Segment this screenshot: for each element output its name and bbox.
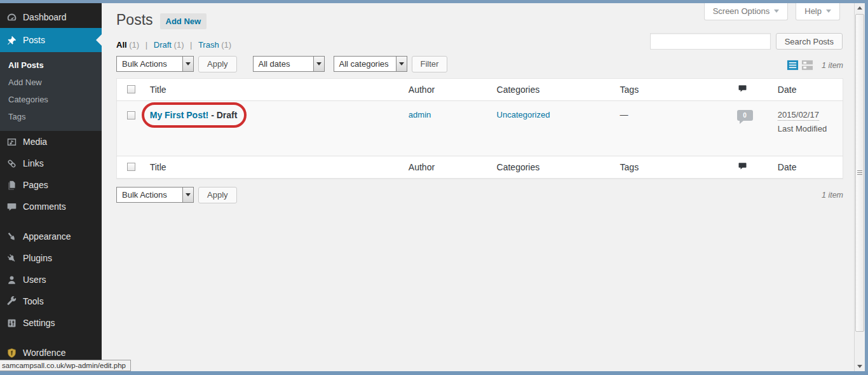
window-border-top	[0, 0, 868, 3]
posts-submenu: All Posts Add New Categories Tags	[0, 52, 102, 131]
pages-icon	[6, 179, 17, 191]
comment-count-bubble[interactable]: 0	[737, 110, 753, 121]
vertical-scrollbar[interactable]	[854, 3, 865, 371]
browser-window: Dashboard Posts All Posts Add New Catego…	[0, 0, 868, 375]
add-new-button[interactable]: Add New	[160, 13, 207, 29]
sidebar-item-users[interactable]: Users	[0, 269, 102, 290]
chevron-down-icon	[826, 10, 831, 13]
filter-button[interactable]: Filter	[412, 56, 448, 72]
excerpt-view-icon[interactable]	[801, 59, 813, 71]
apply-button[interactable]: Apply	[198, 56, 237, 72]
sidebar-item-dashboard[interactable]: Dashboard	[0, 6, 102, 28]
post-date: 2015/02/17	[778, 110, 819, 121]
sidebar-item-media[interactable]: Media	[0, 131, 102, 153]
select-arrow-icon	[313, 57, 324, 71]
view-mode-switcher: 1 item	[787, 59, 843, 71]
sidebar-item-settings[interactable]: Settings	[0, 312, 102, 334]
table-header-row: Title Author Categories Tags Date	[117, 78, 843, 100]
apply-button-bottom[interactable]: Apply	[198, 187, 237, 203]
dashboard-icon	[6, 11, 17, 23]
comments-icon	[6, 201, 17, 212]
post-status-suffix: - Draft	[208, 110, 237, 120]
view-trash-count: (1)	[221, 40, 231, 50]
view-draft-link[interactable]: Draft	[154, 40, 172, 50]
chevron-down-icon	[774, 10, 779, 13]
bulk-actions-select[interactable]: Bulk Actions	[116, 56, 194, 72]
scrollbar-grip-icon	[857, 170, 862, 175]
sidebar-item-appearance[interactable]: Appearance	[0, 226, 102, 247]
view-all-link[interactable]: All	[116, 40, 127, 50]
sidebar-item-label: Tools	[23, 296, 44, 306]
row-checkbox[interactable]	[127, 111, 135, 119]
wordfence-shield-icon	[6, 347, 17, 358]
list-view-icon[interactable]	[787, 59, 799, 71]
view-separator: |	[146, 40, 147, 50]
column-date: Date	[771, 156, 843, 178]
sidebar-item-pages[interactable]: Pages	[0, 174, 102, 196]
search-input[interactable]	[650, 33, 771, 50]
column-tags: Tags	[614, 78, 731, 100]
sidebar-item-plugins[interactable]: Plugins	[0, 247, 102, 269]
submenu-categories[interactable]: Categories	[0, 91, 102, 108]
screen-meta-tabs: Screen Options Help	[704, 3, 840, 20]
plugins-icon	[6, 252, 17, 264]
post-title-link[interactable]: My First Post!	[150, 110, 209, 120]
sidebar-item-label: Users	[23, 275, 46, 285]
sidebar-item-label: Links	[23, 158, 44, 168]
tags-value: —	[620, 110, 628, 119]
sidebar-item-label: Comments	[23, 201, 66, 212]
settings-icon	[6, 317, 17, 329]
pushpin-icon	[6, 34, 17, 46]
sidebar-item-label: Plugins	[23, 253, 52, 263]
sidebar-item-label: Posts	[23, 35, 45, 45]
help-tab[interactable]: Help	[796, 3, 840, 20]
sidebar-item-tools[interactable]: Tools	[0, 290, 102, 312]
links-icon	[6, 158, 17, 169]
all-categories-value: All categories	[334, 57, 396, 71]
column-title: Title	[144, 156, 402, 178]
scroll-up-button[interactable]	[855, 3, 865, 13]
column-author: Author	[402, 156, 491, 178]
sidebar-item-label: Settings	[23, 318, 55, 328]
column-title: Title	[144, 78, 402, 100]
column-date: Date	[771, 78, 843, 100]
bulk-actions-value: Bulk Actions	[117, 188, 182, 202]
sidebar-item-posts[interactable]: Posts	[0, 28, 102, 52]
search-posts-button[interactable]: Search Posts	[776, 33, 843, 50]
window-border-bottom	[0, 371, 868, 375]
view-trash-link[interactable]: Trash	[198, 40, 219, 50]
screen-options-label: Screen Options	[713, 6, 770, 16]
scrollbar-thumb[interactable]	[855, 14, 864, 332]
scroll-down-icon	[857, 365, 862, 368]
media-icon	[6, 136, 17, 147]
submenu-add-new[interactable]: Add New	[0, 74, 102, 91]
bulk-actions-select-bottom[interactable]: Bulk Actions	[116, 187, 194, 203]
all-dates-select[interactable]: All dates	[253, 56, 325, 72]
sidebar-item-comments[interactable]: Comments	[0, 196, 102, 217]
submenu-all-posts[interactable]: All Posts	[0, 57, 102, 74]
posts-table: Title Author Categories Tags Date My Fir…	[116, 78, 843, 179]
column-author: Author	[402, 78, 491, 100]
table-footer-row: Title Author Categories Tags Date	[117, 156, 843, 178]
select-all-checkbox[interactable]	[127, 85, 135, 93]
sidebar-item-label: Pages	[23, 180, 48, 190]
select-arrow-icon	[396, 57, 407, 71]
post-row: My First Post! - Draft admin Uncategoriz…	[117, 100, 843, 156]
author-link[interactable]: admin	[409, 110, 431, 119]
help-label: Help	[804, 6, 822, 16]
sidebar-item-links[interactable]: Links	[0, 153, 102, 174]
menu-separator	[0, 334, 102, 342]
window-border-right	[865, 0, 868, 375]
screen-options-tab[interactable]: Screen Options	[704, 3, 789, 20]
all-categories-select[interactable]: All categories	[334, 56, 407, 72]
submenu-tags[interactable]: Tags	[0, 108, 102, 125]
category-link[interactable]: Uncategorized	[497, 110, 550, 119]
users-icon	[6, 274, 17, 285]
view-draft-count: (1)	[174, 40, 184, 50]
select-all-checkbox[interactable]	[127, 163, 135, 171]
table-toolbar-bottom: Bulk Actions Apply 1 item	[116, 187, 843, 203]
sidebar-item-label: Appearance	[23, 231, 71, 242]
comment-bubble-icon	[737, 161, 748, 171]
select-arrow-icon	[182, 57, 193, 71]
scroll-down-button[interactable]	[855, 362, 865, 371]
